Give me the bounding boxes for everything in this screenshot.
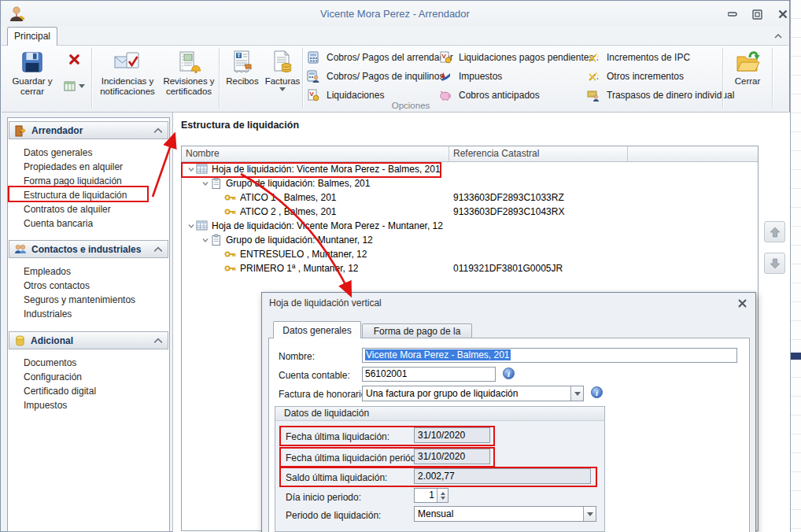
sidebar-item-empleados[interactable]: Empleados bbox=[24, 264, 169, 279]
nombre-label: Nombre: bbox=[279, 351, 315, 362]
sidebar-item-impuestos[interactable]: Impuestos bbox=[24, 398, 169, 412]
expand-chevron-icon[interactable] bbox=[201, 179, 210, 188]
revisiones-button[interactable]: Revisiones y certificados bbox=[161, 47, 217, 105]
expand-chevron-icon[interactable] bbox=[201, 235, 210, 245]
saldo-ultima-label: Saldo última liquidación: bbox=[286, 472, 387, 483]
save-and-close-button[interactable]: Guardar y cerrar bbox=[8, 47, 57, 105]
fecha-periodica-label: Fecha última liquidación periódica: bbox=[286, 453, 430, 464]
incidencias-label: Incidencias y notificaciones bbox=[97, 76, 158, 97]
incidencias-button[interactable]: Incidencias y notificaciones bbox=[96, 47, 159, 105]
ribbon-separator bbox=[722, 48, 723, 108]
sidebar-section-arrendador[interactable]: Arrendador bbox=[9, 121, 168, 139]
nombre-selected-text: Vicente Mora Perez - Balmes, 201 bbox=[365, 349, 511, 360]
titlebar: Vicente Mora Perez - Arrendador bbox=[2, 2, 788, 26]
periodo-combo[interactable]: Mensual bbox=[414, 506, 596, 522]
facturas-button[interactable]: Facturas bbox=[264, 47, 301, 105]
ribbon-group-label: Opciones bbox=[340, 101, 482, 110]
combo-dropdown-button[interactable] bbox=[583, 507, 596, 521]
grid-dropdown-button[interactable] bbox=[60, 77, 88, 94]
sidebar-section-title: Arrendador bbox=[31, 125, 83, 136]
column-header-empty[interactable] bbox=[628, 146, 758, 161]
svg-text:T: T bbox=[238, 53, 241, 58]
move-down-button[interactable] bbox=[764, 253, 785, 274]
sidebar-item-certificado-digital[interactable]: Certificado digital bbox=[24, 384, 169, 398]
delete-button[interactable] bbox=[60, 47, 88, 71]
tree-row-hoja-muntaner[interactable]: Hoja de liquidación: Vicente Mora Perez … bbox=[182, 219, 758, 233]
cerrar-button[interactable]: Cerrar bbox=[725, 47, 770, 105]
tree-row-primero[interactable]: PRIMERO 1ª , Muntaner, 12 0119321DF3801G… bbox=[182, 261, 758, 275]
cuenta-contable-input[interactable]: 56102001 bbox=[362, 367, 496, 382]
sidebar-section-adicional[interactable]: Adicional bbox=[9, 331, 168, 349]
page-title: Estructura de liquidación bbox=[181, 120, 299, 131]
sidebar-item-configuracion[interactable]: Configuración bbox=[24, 370, 169, 384]
people-icon bbox=[14, 243, 27, 256]
expand-chevron-icon[interactable] bbox=[186, 164, 196, 174]
expand-chevron-icon[interactable] bbox=[186, 221, 196, 231]
tab-principal[interactable]: Principal bbox=[7, 27, 57, 46]
tree-row-grupo-muntaner[interactable]: Grupo de liquidación: Muntaner, 12 bbox=[182, 233, 758, 247]
tree-row-label: PRIMERO 1ª , Muntaner, 12 bbox=[240, 263, 359, 274]
info-icon[interactable]: i bbox=[591, 386, 603, 398]
spin-up-icon bbox=[441, 492, 445, 495]
tree-row-grupo-balmes[interactable]: Grupo de liquidación: Balmes, 201 bbox=[182, 176, 758, 190]
key-icon bbox=[224, 205, 237, 218]
clipboard-icon bbox=[210, 177, 223, 190]
tree-row-atico1[interactable]: ATICO 1 , Balmes, 201 9133603DF2893C1033… bbox=[182, 190, 758, 205]
recibos-button[interactable]: T Recibos bbox=[222, 47, 263, 105]
info-icon[interactable]: i bbox=[503, 368, 515, 379]
ribbon-item-traspasos-dinero[interactable]: Traspasos de dinero individual bbox=[587, 87, 734, 103]
sidebar-item-forma-pago[interactable]: Forma pago liquidación bbox=[24, 174, 169, 188]
minimize-button[interactable] bbox=[725, 8, 740, 20]
close-button[interactable] bbox=[776, 8, 790, 20]
spinner-buttons[interactable] bbox=[437, 489, 448, 502]
fecha-ultima-label: Fecha última liquidación: bbox=[286, 431, 389, 442]
tree-row-label: Hoja de liquidación: Vicente Mora Perez … bbox=[212, 164, 441, 175]
column-header-nombre[interactable]: Nombre bbox=[182, 146, 449, 161]
sidebar-item-otros-contactos[interactable]: Otros contactos bbox=[24, 279, 169, 293]
sidebar-item-contratos[interactable]: Contratos de alquiler bbox=[24, 202, 169, 216]
chevron-up-icon bbox=[153, 126, 163, 135]
calculator-person-icon bbox=[307, 70, 319, 83]
ribbon-item-otros-incrementos[interactable]: Otros incrementos bbox=[587, 68, 734, 84]
combo-dropdown-button[interactable] bbox=[570, 386, 583, 401]
tab-datos-generales[interactable]: Datos generales bbox=[273, 321, 361, 338]
ribbon-item-impuestos[interactable]: Impuestos bbox=[439, 68, 593, 84]
ribbon-item-liquidaciones-pendientes[interactable]: V Liquidaciones pagos pendientes bbox=[439, 49, 593, 65]
tree-row-entresuelo[interactable]: ENTRESUELO , Muntaner, 12 bbox=[182, 247, 758, 261]
nombre-input[interactable]: Vicente Mora Perez - Balmes, 201 bbox=[362, 348, 737, 363]
sidebar-item-propiedades-alquiler[interactable]: Propiedades en alquiler bbox=[24, 160, 169, 174]
sidebar-items-adicional: Documentos Configuración Certificado dig… bbox=[8, 349, 169, 412]
sidebar-item-estructura-liquidacion[interactable]: Estructura de liquidación bbox=[24, 188, 169, 202]
arrow-down-icon bbox=[769, 257, 781, 270]
ribbon-item-incrementos-ipc[interactable]: Incrementos de IPC bbox=[587, 49, 734, 65]
clipboard-icon bbox=[210, 234, 223, 246]
sidebar-item-datos-generales[interactable]: Datos generales bbox=[24, 146, 169, 160]
sidebar-item-documentos[interactable]: Documentos bbox=[24, 356, 169, 370]
sidebar-item-industriales[interactable]: Industriales bbox=[24, 307, 169, 321]
move-up-button[interactable] bbox=[764, 221, 785, 242]
fecha-ultima-field: 31/10/2020 bbox=[414, 427, 490, 443]
sidebar-item-seguros[interactable]: Seguros y mantenimientos bbox=[24, 293, 169, 307]
tree-row-hoja-balmes[interactable]: Hoja de liquidación: Vicente Mora Perez … bbox=[182, 162, 758, 176]
settlement-doc-icon: V bbox=[439, 51, 452, 64]
key-icon bbox=[224, 248, 237, 260]
sidebar-section-contactos[interactable]: Contactos e industriales bbox=[9, 240, 168, 258]
ribbon-item-cobros-pagos-inquilinos[interactable]: Cobros/ Pagos de inquilinos bbox=[307, 68, 453, 84]
tab-forma-de-pago[interactable]: Forma de pago de la liquidación bbox=[362, 323, 472, 338]
combo-value: Mensual bbox=[418, 508, 453, 519]
restore-button[interactable] bbox=[750, 8, 764, 20]
dia-inicio-spinner[interactable]: 1 bbox=[414, 488, 448, 503]
mail-notification-icon bbox=[114, 50, 141, 74]
ribbon-item-label: Liquidaciones bbox=[327, 90, 384, 101]
dialog-close-button[interactable] bbox=[736, 297, 747, 308]
tree-row-atico2[interactable]: ATICO 2 , Balmes, 201 9133603DF2893C1043… bbox=[182, 205, 758, 219]
hoja-liquidacion-dialog: Hoja de liquidación vertical Datos gener… bbox=[261, 292, 756, 532]
factura-honorarios-combo[interactable]: Una factura por grupo de liquidación bbox=[362, 386, 584, 401]
grid-icon bbox=[64, 81, 76, 91]
table-header: Nombre Referencia Catastral bbox=[182, 146, 758, 162]
ribbon-item-cobros-pagos-arrendador[interactable]: Cobros/ Pagos del arrendador bbox=[307, 49, 453, 65]
sidebar-item-cuenta-bancaria[interactable]: Cuenta bancaria bbox=[24, 216, 169, 231]
column-header-referencia[interactable]: Referencia Catastral bbox=[449, 146, 628, 161]
sheet-icon bbox=[196, 163, 209, 175]
ribbon-collapse-icon[interactable] bbox=[773, 32, 783, 40]
